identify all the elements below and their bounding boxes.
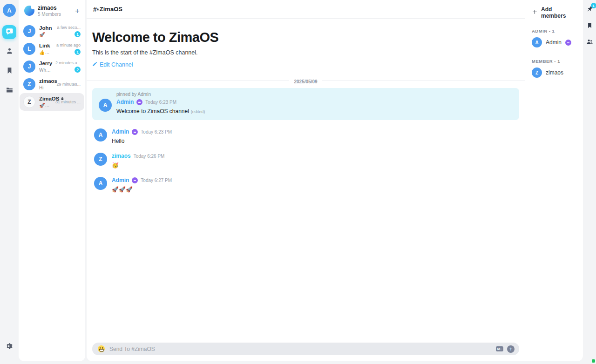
channel-title: ZimaOS bbox=[100, 6, 122, 13]
pin-count-badge: 1 bbox=[591, 3, 596, 8]
message-body: Hello bbox=[112, 138, 172, 144]
conversation-row-jerry[interactable]: J Jerry Where are u now? 2 minutes a... … bbox=[20, 58, 84, 75]
message-author[interactable]: Admin bbox=[112, 128, 129, 135]
message-author[interactable]: zimaos bbox=[112, 153, 131, 159]
conversation-name: zimaos bbox=[39, 78, 53, 84]
conversation-time: 31 minutes ... bbox=[55, 100, 81, 104]
conversation-row-zimaos-channel-selected[interactable]: Z ZimaOS 🚀🚀🚀 31 minutes ... bbox=[20, 93, 84, 111]
message-author[interactable]: Admin bbox=[112, 177, 129, 183]
conversation-preview: Hi bbox=[39, 85, 53, 90]
message-row[interactable]: Z zimaos Today 6:26 PM 🥳 bbox=[87, 153, 525, 169]
edit-channel-label: Edit Channel bbox=[100, 61, 133, 68]
admin-role-badge-icon bbox=[565, 40, 571, 46]
conversation-preview: 🚀🚀🚀 bbox=[39, 103, 52, 108]
conversation-row-john[interactable]: J John 🚀 a few seco... 1 bbox=[20, 22, 84, 40]
avatar: Z bbox=[532, 67, 542, 78]
attach-button[interactable]: + bbox=[507, 345, 515, 353]
chat-main: # ZimaOS Welcome to ZimaOS This is the s… bbox=[87, 0, 525, 361]
new-conversation-button[interactable]: + bbox=[74, 7, 81, 15]
chats-nav-button[interactable] bbox=[2, 25, 16, 39]
left-rail: A bbox=[0, 0, 19, 364]
unread-badge: 2 bbox=[74, 67, 81, 73]
welcome-title: Welcome to ZimaOS bbox=[92, 30, 519, 45]
unread-badge: 1 bbox=[74, 31, 81, 37]
channel-header: # ZimaOS bbox=[87, 0, 525, 19]
welcome-subtitle: This is the start of the #ZimaOS channel… bbox=[92, 49, 519, 56]
workspace-member-count: 5 Members bbox=[38, 12, 74, 17]
settings-button[interactable] bbox=[2, 340, 16, 354]
conversation-time: a few seco... bbox=[57, 25, 81, 30]
conversation-name: Link bbox=[39, 43, 53, 48]
message-time: Today 6:26 PM bbox=[134, 154, 165, 159]
channel-hash-icon: # bbox=[93, 6, 97, 13]
admin-role-badge-icon bbox=[136, 99, 142, 105]
member-name: zimaos bbox=[546, 69, 563, 76]
member-row-admin[interactable]: A Admin bbox=[525, 34, 583, 49]
message-time: Today 6:27 PM bbox=[141, 178, 172, 183]
conversation-preview: 🚀 bbox=[39, 32, 53, 37]
member-name: Admin bbox=[546, 39, 562, 46]
markdown-toggle-icon[interactable]: M↓ bbox=[496, 346, 503, 351]
message-body: Welcome to ZimaOS channel(edited) bbox=[116, 108, 205, 115]
bookmark-icon bbox=[6, 67, 14, 76]
message-row[interactable]: A Admin Today 6:23 PM Hello bbox=[87, 128, 525, 144]
conversation-name: John bbox=[39, 25, 53, 31]
saved-nav-button[interactable] bbox=[2, 64, 16, 78]
contacts-nav-button[interactable] bbox=[2, 45, 16, 59]
message-body: 🚀🚀🚀 bbox=[112, 186, 172, 193]
unread-badge: 1 bbox=[74, 49, 81, 55]
message-area[interactable]: Welcome to ZimaOS This is the start of t… bbox=[87, 19, 525, 361]
lock-icon bbox=[96, 5, 99, 12]
chat-bubble-icon bbox=[6, 27, 14, 37]
add-members-button[interactable]: Add members bbox=[525, 6, 583, 19]
edit-channel-link[interactable]: Edit Channel bbox=[92, 61, 133, 68]
conversation-row-zimaos[interactable]: Z zimaos Hi 29 minutes... bbox=[20, 75, 84, 93]
files-nav-button[interactable] bbox=[2, 84, 16, 98]
avatar: A bbox=[94, 177, 107, 190]
corner-indicator-dot bbox=[592, 359, 595, 363]
avatar: A bbox=[94, 128, 107, 142]
emoji-picker-icon[interactable] bbox=[98, 345, 105, 352]
admin-role-badge-icon bbox=[132, 129, 138, 135]
person-icon bbox=[6, 47, 14, 57]
avatar: Z bbox=[94, 153, 107, 166]
people-icon bbox=[586, 39, 593, 47]
message-time: Today 6:23 PM bbox=[141, 129, 172, 135]
members-toggle-button[interactable] bbox=[586, 38, 593, 47]
workspace-header: zimaos 5 Members + bbox=[19, 0, 85, 20]
workspace-name: zimaos bbox=[38, 5, 74, 11]
avatar: Z bbox=[23, 78, 35, 90]
member-section-header: MEMBER - 1 bbox=[525, 59, 583, 64]
conversation-name: Jerry bbox=[39, 61, 52, 66]
app-window: A zimaos 5 Members + J bbox=[0, 0, 596, 364]
gear-icon bbox=[6, 342, 14, 352]
conversation-row-link[interactable]: L Link 👍👍👍 a minute ago 1 bbox=[20, 40, 84, 58]
date-divider: 2025/05/09 bbox=[87, 77, 525, 83]
avatar: Z bbox=[23, 96, 35, 108]
welcome-block: Welcome to ZimaOS This is the start of t… bbox=[87, 19, 525, 68]
conversation-time: a minute ago bbox=[56, 43, 81, 47]
message-row[interactable]: A Admin Today 6:27 PM 🚀🚀🚀 bbox=[87, 177, 525, 193]
conversation-preview: 👍👍👍 bbox=[39, 50, 53, 55]
plus-icon bbox=[532, 9, 538, 16]
message-composer[interactable]: M↓ + bbox=[92, 343, 519, 355]
avatar: A bbox=[99, 99, 112, 112]
conversation-time: 2 minutes a... bbox=[55, 61, 81, 65]
message-author[interactable]: Admin bbox=[116, 99, 134, 105]
edited-label: (edited) bbox=[191, 109, 205, 114]
members-panel: Add members ADMIN - 1 A Admin MEMBER - 1… bbox=[525, 0, 583, 361]
member-row-zimaos[interactable]: Z zimaos bbox=[525, 64, 583, 80]
message-input[interactable] bbox=[109, 346, 496, 352]
message-time: Today 6:23 PM bbox=[145, 100, 176, 105]
folder-icon bbox=[6, 86, 14, 96]
saved-messages-button[interactable] bbox=[586, 22, 593, 31]
user-avatar[interactable]: A bbox=[3, 4, 16, 17]
workspace-logo bbox=[24, 6, 34, 16]
conversation-list: J John 🚀 a few seco... 1 L Link 👍👍👍 a mi bbox=[19, 20, 85, 113]
pencil-icon bbox=[92, 61, 97, 68]
pinned-messages-button[interactable]: 1 bbox=[586, 6, 593, 14]
avatar: J bbox=[23, 61, 35, 73]
pinned-message[interactable]: pinned by Admin A Admin Today 6:23 PM We… bbox=[92, 88, 519, 120]
conversation-preview: Where are u now? bbox=[39, 67, 52, 73]
bookmark-icon bbox=[586, 22, 593, 30]
